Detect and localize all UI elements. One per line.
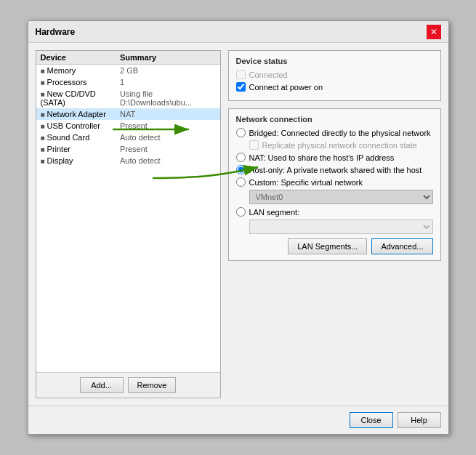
close-icon[interactable]: ✕: [427, 25, 441, 39]
bridged-row: Bridged: Connected directly to the physi…: [236, 128, 433, 137]
table-row[interactable]: ■PrinterPresent: [36, 143, 220, 155]
host-only-row: Host-only: A private network shared with…: [236, 165, 433, 174]
remove-button[interactable]: Remove: [128, 377, 177, 393]
connected-checkbox[interactable]: [236, 70, 246, 79]
connect-power-checkbox[interactable]: [236, 82, 246, 92]
device-table: Device Summary ■Memory2 GB■Processors1■N…: [36, 51, 220, 372]
device-label: New CD/DVD (SATA): [41, 89, 96, 107]
display-icon: ■: [41, 157, 45, 165]
device-name-cell: ■Display: [36, 155, 116, 166]
device-label: USB Controller: [47, 121, 100, 130]
device-label: Memory: [47, 66, 76, 75]
dialog-footer: Close Help: [28, 406, 448, 434]
device-summary-cell: Present: [116, 143, 220, 155]
network-icon: ■: [41, 110, 45, 118]
vmnet-dropdown-row: VMnet0: [249, 190, 433, 204]
col-summary: Summary: [116, 51, 220, 65]
table-row[interactable]: ■DisplayAuto detect: [36, 155, 220, 166]
connect-power-row: Connect at power on: [236, 82, 433, 92]
replicate-checkbox[interactable]: [249, 140, 259, 150]
device-label: Sound Card: [47, 133, 90, 142]
title-bar: Hardware ✕: [28, 21, 448, 43]
dialog-title: Hardware: [36, 27, 76, 37]
col-device: Device: [36, 51, 116, 65]
dialog-body: Device Summary ■Memory2 GB■Processors1■N…: [28, 43, 448, 406]
printer-icon: ■: [41, 145, 45, 153]
device-summary-cell: 2 GB: [116, 65, 220, 77]
custom-label: Custom: Specific virtual network: [249, 178, 363, 187]
lan-segment-radio[interactable]: [236, 207, 246, 217]
close-button[interactable]: Close: [350, 412, 393, 428]
device-summary-cell: Auto detect: [116, 155, 220, 166]
custom-radio[interactable]: [236, 177, 246, 187]
device-summary-cell: Using file D:\Downloads\ubu...: [116, 88, 220, 108]
table-row[interactable]: ■Sound CardAuto detect: [36, 132, 220, 143]
hardware-dialog: Hardware ✕ Device Summary ■Memory2 GB■Pr…: [28, 20, 449, 435]
device-name-cell: ■Network Adapter: [36, 108, 116, 120]
network-connection-section: Network connection Bridged: Connected di…: [228, 108, 441, 261]
vmnet-select[interactable]: VMnet0: [249, 190, 433, 204]
device-name-cell: ■New CD/DVD (SATA): [36, 88, 116, 108]
lan-segment-label: LAN segment:: [249, 208, 300, 217]
nat-label: NAT: Used to share the host's IP address: [249, 153, 395, 162]
network-buttons: LAN Segments... Advanced...: [236, 238, 433, 254]
sound-icon: ■: [41, 134, 45, 142]
table-row[interactable]: ■USB ControllerPresent: [36, 120, 220, 132]
table-row[interactable]: ■Network AdapterNAT: [36, 108, 220, 120]
device-name-cell: ■Printer: [36, 143, 116, 155]
table-row[interactable]: ■Processors1: [36, 76, 220, 88]
device-summary-cell: NAT: [116, 108, 220, 120]
host-only-radio[interactable]: [236, 165, 246, 174]
device-name-cell: ■Sound Card: [36, 132, 116, 143]
memory-icon: ■: [41, 67, 45, 75]
left-panel: Device Summary ■Memory2 GB■Processors1■N…: [36, 50, 221, 398]
nat-radio[interactable]: [236, 153, 246, 162]
device-status-section: Device status Connected Connect at power…: [228, 50, 441, 101]
network-connection-title: Network connection: [236, 115, 433, 124]
cd-icon: ■: [41, 90, 45, 98]
replicate-row: Replicate physical network connection st…: [249, 140, 433, 150]
advanced-button[interactable]: Advanced...: [371, 238, 432, 254]
device-status-title: Device status: [236, 57, 433, 65]
usb-icon: ■: [41, 122, 45, 130]
device-label: Processors: [47, 78, 87, 86]
add-button[interactable]: Add...: [80, 377, 124, 393]
left-panel-buttons: Add... Remove: [36, 372, 220, 398]
replicate-label: Replicate physical network connection st…: [262, 141, 417, 150]
device-name-cell: ■Memory: [36, 65, 116, 77]
bridged-radio[interactable]: [236, 128, 246, 137]
lan-segment-row: LAN segment:: [236, 207, 433, 217]
right-panel: Device status Connected Connect at power…: [228, 50, 441, 398]
lan-segment-select[interactable]: [249, 220, 433, 234]
device-summary-cell: 1: [116, 76, 220, 88]
device-label: Display: [47, 156, 73, 165]
device-label: Printer: [47, 145, 70, 153]
lan-segment-input-row: [249, 220, 433, 234]
connected-row: Connected: [236, 70, 433, 79]
processor-icon: ■: [41, 78, 45, 86]
device-label: Network Adapter: [47, 110, 106, 118]
table-row[interactable]: ■New CD/DVD (SATA)Using file D:\Download…: [36, 88, 220, 108]
connected-label: Connected: [249, 71, 288, 79]
device-name-cell: ■USB Controller: [36, 120, 116, 132]
bridged-label: Bridged: Connected directly to the physi…: [249, 129, 431, 137]
help-button[interactable]: Help: [398, 412, 441, 428]
connect-power-label: Connect at power on: [249, 83, 323, 92]
device-summary-cell: Auto detect: [116, 132, 220, 143]
nat-row: NAT: Used to share the host's IP address: [236, 153, 433, 162]
custom-row: Custom: Specific virtual network: [236, 177, 433, 187]
device-name-cell: ■Processors: [36, 76, 116, 88]
device-summary-cell: Present: [116, 120, 220, 132]
lan-segments-button[interactable]: LAN Segments...: [288, 238, 367, 254]
table-row[interactable]: ■Memory2 GB: [36, 65, 220, 77]
host-only-label: Host-only: A private network shared with…: [249, 166, 422, 174]
